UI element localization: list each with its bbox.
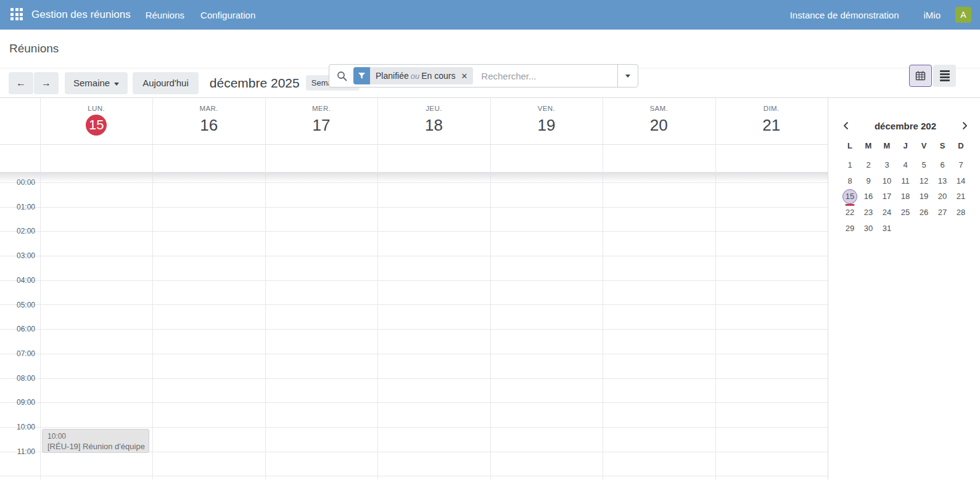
today-button[interactable]: Aujourd'hui [133, 72, 199, 94]
mini-day[interactable]: 12 [915, 173, 933, 189]
mini-day[interactable]: 16 [859, 189, 878, 205]
previous-week-button[interactable]: ← [9, 72, 33, 94]
mini-day[interactable]: 4 [896, 157, 915, 173]
calendar-event[interactable]: 10:00 [RÉU-19] Réunion d'équipe [42, 429, 149, 453]
mini-day[interactable] [896, 220, 915, 236]
day-column-mer[interactable] [265, 173, 377, 479]
day-number: 19 [537, 114, 555, 136]
day-name: DIM. [764, 105, 780, 112]
filter-chip[interactable]: PlanifiéeouEn cours ✕ [353, 67, 473, 84]
menu-item-configuration[interactable]: Configuration [200, 10, 255, 20]
mini-day[interactable]: 29 [841, 220, 859, 236]
period-title: décembre 2025 [210, 76, 300, 91]
day-number: 16 [200, 114, 218, 136]
day-header-lun[interactable]: LUN. 15 [40, 98, 152, 144]
allday-cell[interactable] [603, 145, 715, 172]
mini-day[interactable]: 5 [915, 157, 933, 173]
mini-day[interactable]: 13 [933, 173, 952, 189]
day-column-dim[interactable] [715, 173, 828, 479]
mini-day[interactable]: 21 [952, 189, 970, 205]
chevron-left-icon [842, 121, 850, 130]
allday-cell[interactable] [265, 145, 377, 172]
mini-day[interactable] [952, 220, 970, 236]
mini-day[interactable]: 20 [933, 189, 952, 205]
search-input[interactable] [473, 71, 617, 81]
day-header-jeu[interactable]: JEU. 18 [377, 98, 490, 144]
mini-day[interactable]: 24 [878, 205, 896, 221]
hour-label: 03:00 [0, 251, 35, 260]
column-divider [265, 98, 266, 479]
day-name: LUN. [88, 105, 105, 112]
mini-day[interactable]: 22 [841, 205, 859, 221]
mini-day[interactable]: 27 [933, 205, 952, 221]
day-header-dim[interactable]: DIM. 21 [715, 98, 828, 144]
next-week-button[interactable]: → [34, 72, 59, 94]
filter-value-1: Planifiée [376, 71, 409, 81]
column-divider [152, 98, 153, 479]
mini-day[interactable]: 14 [952, 173, 970, 189]
mini-day[interactable]: 18 [896, 189, 915, 205]
view-switcher [909, 65, 956, 87]
mini-day[interactable] [915, 220, 933, 236]
filter-remove-icon[interactable]: ✕ [461, 71, 467, 81]
apps-grid-icon[interactable] [10, 8, 24, 22]
mini-day[interactable]: 10 [878, 173, 896, 189]
allday-cell[interactable] [715, 145, 828, 172]
allday-cell[interactable] [152, 145, 265, 172]
day-column-mar[interactable] [152, 173, 265, 479]
right-sidebar: décembre 202 L M M J V S D 1 2 3 4 5 6 7 [828, 98, 980, 479]
mini-day[interactable]: 2 [859, 157, 878, 173]
allday-cell[interactable] [40, 145, 152, 172]
allday-cell[interactable] [490, 145, 603, 172]
mini-day-selected[interactable]: 15 [841, 189, 859, 205]
mini-weekday: D [952, 141, 970, 157]
mini-prev-button[interactable] [841, 120, 852, 131]
menu-item-reunions[interactable]: Réunions [146, 10, 184, 20]
app-title[interactable]: Gestion des réunions [31, 9, 131, 21]
calendar-view-button[interactable] [909, 65, 932, 87]
search-box[interactable]: PlanifiéeouEn cours ✕ [329, 64, 638, 87]
mini-weekday: S [933, 141, 952, 157]
mini-day[interactable]: 17 [878, 189, 896, 205]
mini-day[interactable]: 7 [952, 157, 970, 173]
user-avatar[interactable]: A [955, 7, 971, 23]
filter-connector: ou [411, 71, 419, 81]
day-header-sam[interactable]: SAM. 20 [603, 98, 715, 144]
mini-day[interactable] [933, 220, 952, 236]
mini-day[interactable]: 23 [859, 205, 878, 221]
mini-day[interactable]: 6 [933, 157, 952, 173]
main-area: LUN. 15 MAR. 16 MER. 17 JEU. 18 VEN. 19 … [0, 98, 980, 479]
mini-day[interactable]: 31 [878, 220, 896, 236]
day-number: 17 [313, 114, 331, 136]
mini-day[interactable]: 25 [896, 205, 915, 221]
mini-day[interactable]: 3 [878, 157, 896, 173]
day-number: 15 [86, 114, 107, 136]
mini-next-button[interactable] [959, 120, 970, 131]
column-divider [490, 98, 491, 479]
mini-calendar: décembre 202 L M M J V S D 1 2 3 4 5 6 7 [841, 120, 970, 236]
mini-day[interactable]: 19 [915, 189, 933, 205]
allday-cell[interactable] [377, 145, 490, 172]
mini-day[interactable]: 28 [952, 205, 970, 221]
day-header-mer[interactable]: MER. 17 [265, 98, 377, 144]
mini-day[interactable]: 26 [915, 205, 933, 221]
day-column-jeu[interactable] [377, 173, 490, 479]
list-view-button[interactable] [933, 65, 956, 87]
chevron-right-icon [960, 121, 969, 130]
mini-day[interactable]: 11 [896, 173, 915, 189]
mini-day[interactable]: 30 [859, 220, 878, 236]
mini-calendar-title: décembre 202 [852, 121, 959, 131]
mini-day[interactable]: 1 [841, 157, 859, 173]
search-dropdown-toggle[interactable] [617, 65, 638, 87]
day-column-sam[interactable] [603, 173, 715, 479]
scroll-shadow [0, 173, 828, 182]
day-header-mar[interactable]: MAR. 16 [152, 98, 265, 144]
chevron-down-icon [114, 83, 119, 86]
filter-value-2: En cours [421, 71, 455, 81]
mini-day[interactable]: 8 [841, 173, 859, 189]
mini-day[interactable]: 9 [859, 173, 878, 189]
day-column-ven[interactable] [490, 173, 603, 479]
day-header-ven[interactable]: VEN. 19 [490, 98, 603, 144]
column-divider [377, 98, 378, 479]
view-scale-select[interactable]: Semaine [65, 72, 128, 94]
